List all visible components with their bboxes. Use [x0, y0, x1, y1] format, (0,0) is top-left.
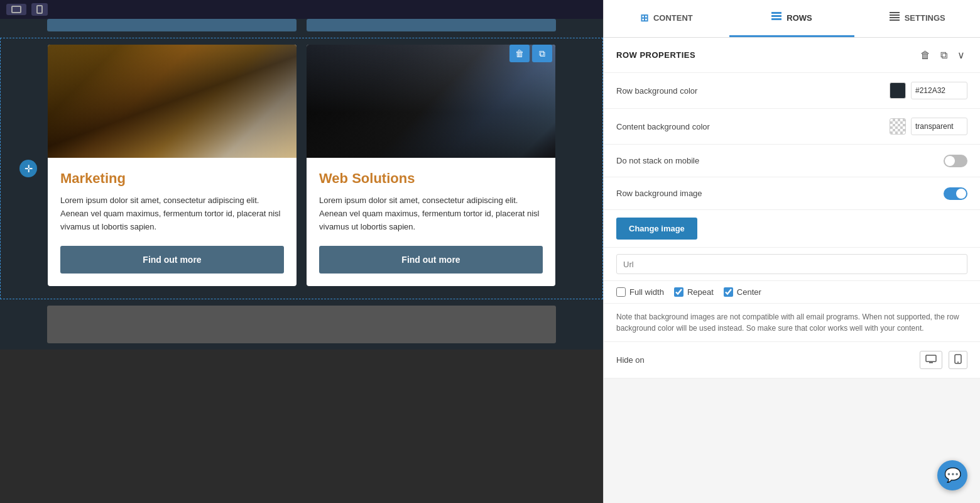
tab-settings[interactable]: SETTINGS — [854, 0, 980, 37]
panel-content: ROW PROPERTIES 🗑 ⧉ ∨ Row background colo… — [604, 38, 980, 503]
repeat-option[interactable]: Repeat — [674, 287, 714, 297]
hide-on-mobile-btn[interactable] — [949, 351, 967, 369]
bottom-placeholder — [47, 306, 556, 343]
hide-on-controls — [920, 351, 967, 369]
settings-tab-label: SETTINGS — [905, 13, 945, 23]
card-2-text: Lorem ipsum dolor sit amet, consectetur … — [319, 194, 543, 233]
url-section — [604, 248, 980, 281]
toolbar — [0, 0, 603, 19]
svg-rect-6 — [890, 19, 900, 21]
card-2-title: Web Solutions — [319, 170, 543, 187]
svg-rect-0 — [771, 12, 781, 14]
content-tab-icon: ⊞ — [640, 12, 648, 24]
svg-rect-7 — [926, 355, 936, 362]
content-bg-color-label: Content background color — [616, 122, 710, 131]
row-bg-color-input[interactable] — [911, 82, 967, 99]
canvas-inner: ✛ 🗑 ⧉ Marketing Lorem ipsum dolor sit am… — [0, 19, 603, 503]
tab-content[interactable]: ⊞ CONTENT — [604, 0, 729, 37]
panel-tabs: ⊞ CONTENT ROWS SETTIN — [604, 0, 980, 38]
rows-tab-icon — [771, 12, 781, 23]
svg-rect-8 — [929, 362, 933, 363]
content-bg-color-swatch[interactable] — [890, 118, 906, 135]
delete-row-btn[interactable]: 🗑 — [509, 45, 530, 62]
card-2-body: Web Solutions Lorem ipsum dolor sit amet… — [307, 158, 555, 286]
content-bg-color-input[interactable] — [911, 118, 967, 135]
rows-tab-label: ROWS — [787, 13, 812, 23]
collapse-section-btn[interactable]: ∨ — [955, 48, 967, 62]
do-not-stack-label: Do not stack on mobile — [616, 156, 699, 165]
row-bg-color-control — [890, 82, 967, 99]
do-not-stack-property: Do not stack on mobile — [604, 145, 980, 177]
row-bg-image-property: Row background image — [604, 177, 980, 210]
svg-rect-2 — [771, 18, 781, 20]
placeholder-1 — [47, 19, 297, 31]
svg-rect-5 — [890, 17, 900, 18]
content-bg-color-property: Content background color — [604, 109, 980, 145]
delete-section-btn[interactable]: 🗑 — [918, 48, 933, 62]
card-2: Web Solutions Lorem ipsum dolor sit amet… — [307, 45, 555, 286]
header-actions: 🗑 ⧉ ∨ — [918, 48, 967, 62]
card-1-image — [48, 45, 297, 158]
row-bg-image-control — [944, 187, 967, 200]
center-option[interactable]: Center — [724, 287, 761, 297]
center-checkbox[interactable] — [724, 287, 733, 297]
right-panel: ⊞ CONTENT ROWS SETTIN — [603, 0, 980, 503]
url-input[interactable] — [616, 254, 967, 274]
mobile-icon — [36, 5, 43, 14]
row-bg-image-slider — [944, 187, 967, 200]
svg-rect-1 — [771, 15, 781, 17]
hide-on-property: Hide on — [604, 342, 980, 379]
full-width-checkbox[interactable] — [616, 287, 626, 297]
background-image-note: Note that background images are not comp… — [604, 304, 980, 342]
card-2-cta-btn[interactable]: Find out more — [319, 246, 543, 274]
main-content-row[interactable]: ✛ 🗑 ⧉ Marketing Lorem ipsum dolor sit am… — [0, 38, 603, 299]
repeat-checkbox[interactable] — [674, 287, 683, 297]
row-action-buttons: 🗑 ⧉ — [509, 45, 552, 62]
card-1-cta-btn[interactable]: Find out more — [60, 246, 284, 274]
repeat-label: Repeat — [687, 287, 714, 297]
section-title: ROW PROPERTIES — [616, 50, 695, 60]
svg-rect-4 — [890, 14, 900, 16]
image-options-row: Full width Repeat Center — [604, 281, 980, 304]
content-bg-color-control — [890, 118, 967, 135]
full-width-option[interactable]: Full width — [616, 287, 664, 297]
desktop-view-btn[interactable] — [6, 4, 26, 15]
svg-rect-3 — [890, 12, 900, 13]
top-row-partial — [0, 19, 603, 38]
row-bg-color-property: Row background color — [604, 73, 980, 109]
mobile-view-btn[interactable] — [31, 3, 48, 16]
full-width-label: Full width — [629, 287, 664, 297]
row-properties-header: ROW PROPERTIES 🗑 ⧉ ∨ — [604, 38, 980, 73]
svg-point-10 — [957, 362, 959, 363]
desktop-icon — [11, 6, 21, 13]
copy-section-btn[interactable]: ⧉ — [938, 48, 950, 62]
hide-on-label: Hide on — [616, 355, 645, 365]
row-bg-color-swatch[interactable] — [890, 82, 906, 99]
card-1-title: Marketing — [60, 170, 284, 187]
do-not-stack-slider — [944, 155, 967, 167]
hide-on-desktop-btn[interactable] — [920, 351, 942, 369]
cards-container: Marketing Lorem ipsum dolor sit amet, co… — [48, 45, 555, 286]
tab-rows[interactable]: ROWS — [729, 0, 855, 37]
move-handle[interactable]: ✛ — [19, 160, 37, 177]
card-1-text: Lorem ipsum dolor sit amet, consectetur … — [60, 194, 284, 233]
settings-tab-icon — [890, 12, 900, 23]
do-not-stack-toggle[interactable] — [944, 155, 967, 167]
do-not-stack-control — [944, 155, 967, 167]
placeholder-2 — [307, 19, 556, 31]
change-image-btn[interactable]: Change image — [616, 218, 697, 240]
change-image-section: Change image — [604, 210, 980, 248]
canvas-area: ✛ 🗑 ⧉ Marketing Lorem ipsum dolor sit am… — [0, 0, 603, 503]
center-label: Center — [737, 287, 761, 297]
card-1-body: Marketing Lorem ipsum dolor sit amet, co… — [48, 158, 297, 286]
chat-bubble[interactable]: 💬 — [937, 460, 967, 490]
bottom-row-partial — [0, 299, 603, 350]
card-1: Marketing Lorem ipsum dolor sit amet, co… — [48, 45, 297, 286]
row-bg-color-label: Row background color — [616, 86, 697, 96]
duplicate-row-btn[interactable]: ⧉ — [532, 45, 552, 62]
content-tab-label: CONTENT — [653, 13, 693, 23]
row-bg-image-label: Row background image — [616, 189, 702, 198]
row-bg-image-toggle[interactable] — [944, 187, 967, 200]
